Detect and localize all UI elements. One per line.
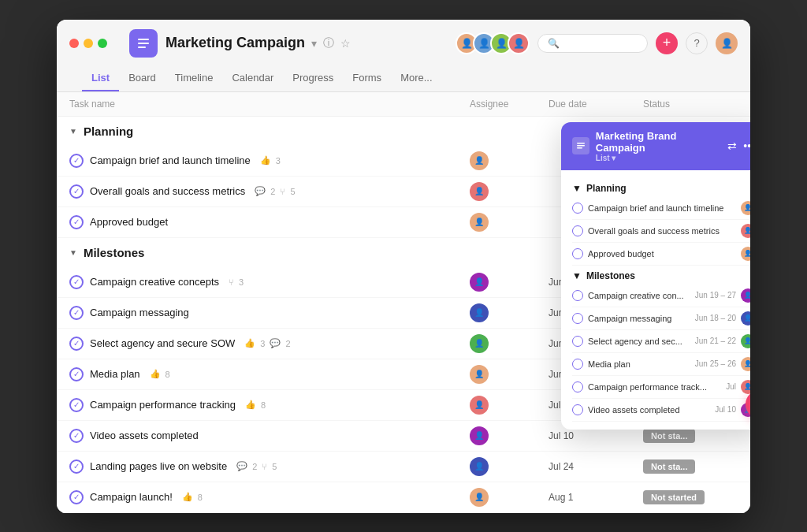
- check-icon[interactable]: ✓: [69, 275, 84, 289]
- sp-task-right: Jul 👤: [726, 380, 750, 394]
- task-name-cell: ✓ Landing pages live on website 💬2 ⑂5: [69, 459, 470, 474]
- assignee-cell: 👤: [470, 457, 549, 476]
- sp-chevron-planning: ▼: [572, 183, 582, 194]
- avatar-4: 👤: [508, 32, 530, 54]
- table-header: Task name Assignee Due date Status: [57, 92, 750, 117]
- sp-section-planning[interactable]: ▼ Planning: [572, 178, 750, 197]
- check-icon[interactable]: ✓: [69, 306, 84, 320]
- table-row: ✓ Campaign launch! 👍8 👤 Aug 1 Not starte…: [57, 482, 750, 513]
- task-name: Media plan: [90, 368, 140, 380]
- sp-task-right: Jun 18 – 20 👤: [695, 311, 750, 326]
- info-icon[interactable]: ⓘ: [323, 36, 334, 50]
- tab-board[interactable]: Board: [119, 65, 165, 91]
- svg-rect-3: [577, 143, 585, 144]
- side-panel-title-text: Marketing Brand Campaign: [596, 130, 727, 154]
- add-button[interactable]: +: [656, 32, 678, 54]
- assignee-cell: 👤: [470, 303, 549, 322]
- assignee-cell: 👤: [470, 273, 549, 292]
- sp-task-left: Campaign performance track...: [572, 381, 726, 392]
- more-icon[interactable]: •••: [743, 140, 750, 152]
- sp-date: Jun 18 – 20: [695, 314, 736, 322]
- sp-check-icon: [572, 290, 583, 301]
- sp-date: Jul 10: [715, 405, 736, 414]
- status-cell: Not sta...: [643, 459, 738, 474]
- sp-planning-label: Planning: [586, 183, 627, 194]
- fullscreen-dot[interactable]: [98, 39, 107, 48]
- tab-timeline[interactable]: Timeline: [165, 65, 223, 91]
- check-icon[interactable]: ✓: [69, 429, 84, 443]
- check-icon[interactable]: ✓: [69, 215, 84, 229]
- help-button[interactable]: ?: [686, 32, 708, 54]
- side-panel-body: ▼ Planning Campaign brief and launch tim…: [561, 170, 750, 430]
- tab-more[interactable]: More...: [391, 65, 441, 91]
- assignee-cell: 👤: [470, 396, 549, 415]
- sp-task-name: Select agency and sec...: [588, 337, 682, 346]
- list-item: Campaign messaging Jun 18 – 20 👤: [572, 307, 750, 330]
- side-panel-title: Marketing Brand Campaign List ▾: [572, 130, 727, 162]
- assignee-cell: 👤: [470, 151, 549, 170]
- tab-progress[interactable]: Progress: [283, 65, 343, 91]
- branch-icon: ⑂: [229, 277, 234, 287]
- due-cell: Jul 10: [549, 430, 643, 441]
- sp-task-name: Campaign performance track...: [588, 382, 707, 392]
- avatar: 👤: [741, 334, 750, 348]
- tab-forms[interactable]: Forms: [343, 65, 391, 91]
- task-name: Campaign brief and launch timeline: [90, 154, 251, 166]
- tab-list[interactable]: List: [82, 65, 119, 91]
- check-icon[interactable]: ✓: [69, 367, 84, 381]
- status-cell: Not sta...: [643, 429, 738, 443]
- search-bar[interactable]: 🔍: [537, 34, 648, 53]
- sp-date: Jun 25 – 26: [695, 359, 736, 368]
- task-name-cell: ✓ Campaign creative concepts ⑂3: [69, 275, 470, 289]
- sp-date: Jun 21 – 22: [695, 337, 736, 345]
- branch-icon: ⑂: [262, 462, 267, 471]
- app-window: Marketing Campaign ▾ ⓘ ☆ 👤 👤 👤 👤 🔍: [57, 20, 750, 513]
- star-icon[interactable]: ☆: [340, 37, 351, 50]
- user-avatar[interactable]: 👤: [716, 32, 738, 54]
- check-icon[interactable]: ✓: [69, 490, 84, 504]
- branch-icon: ⑂: [280, 187, 285, 196]
- tab-calendar[interactable]: Calendar: [222, 65, 283, 91]
- sp-milestones-label: Milestones: [586, 270, 635, 281]
- list-item: Overall goals and success metrics 👤: [572, 220, 750, 243]
- sp-task-name: Approved budget: [588, 249, 654, 259]
- check-icon[interactable]: ✓: [69, 459, 84, 474]
- minimize-dot[interactable]: [84, 39, 93, 48]
- sp-task-right: Jun 25 – 26 👤: [695, 357, 750, 371]
- task-name: Overall goals and success metrics: [90, 185, 245, 197]
- adjust-icon[interactable]: ⇄: [727, 140, 737, 152]
- task-name-cell: ✓ Overall goals and success metrics 💬2 ⑂…: [69, 184, 470, 199]
- side-panel-subtitle[interactable]: List ▾: [596, 154, 727, 162]
- task-name-cell: ✓ Video assets completed: [69, 429, 470, 443]
- task-meta: 👍8: [245, 400, 266, 410]
- search-icon: 🔍: [548, 38, 560, 49]
- sp-task-name: Media plan: [588, 359, 630, 369]
- check-icon[interactable]: ✓: [69, 154, 84, 168]
- side-panel-header: Marketing Brand Campaign List ▾ ⇄ •••: [561, 122, 750, 170]
- dropdown-icon[interactable]: ▾: [311, 37, 317, 50]
- avatar: 👤: [741, 357, 750, 371]
- nav-tabs: List Board Timeline Calendar Progress Fo…: [69, 65, 738, 91]
- task-name: Campaign launch!: [90, 491, 173, 503]
- avatar: 👤: [470, 426, 489, 445]
- check-icon[interactable]: ✓: [69, 184, 84, 199]
- task-meta: 👍3 💬2: [244, 338, 290, 348]
- col-duedate: Due date: [549, 99, 643, 110]
- assignee-cell: 👤: [470, 213, 549, 232]
- task-meta: 👍8: [150, 369, 170, 379]
- check-icon[interactable]: ✓: [69, 398, 84, 412]
- check-icon[interactable]: ✓: [69, 337, 84, 351]
- avatar: 👤: [470, 334, 489, 353]
- sp-task-left: Media plan: [572, 359, 695, 370]
- sp-date: Jun 19 – 27: [695, 291, 736, 299]
- sp-check-icon: [572, 225, 583, 236]
- avatar: 👤: [470, 457, 489, 476]
- close-dot[interactable]: [69, 39, 79, 48]
- sp-check-icon: [572, 313, 583, 324]
- sp-section-milestones[interactable]: ▼ Milestones: [572, 266, 750, 285]
- avatar: 👤: [470, 488, 489, 507]
- sp-task-name: Overall goals and success metrics: [588, 226, 720, 236]
- avatar: 👤: [741, 224, 750, 238]
- list-item: Approved budget 👤: [572, 243, 750, 266]
- task-name-cell: ✓ Campaign performance tracking 👍8: [69, 398, 470, 412]
